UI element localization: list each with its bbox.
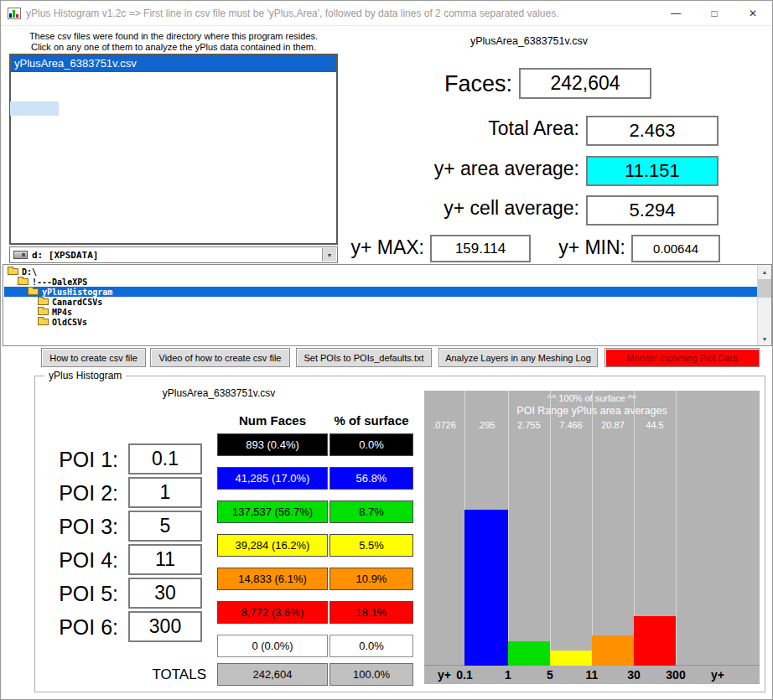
groupbox-title: yPlus Histogram xyxy=(44,370,126,381)
pct-surface-header: % of surface xyxy=(329,413,413,428)
poi-4-input[interactable] xyxy=(128,544,202,575)
folder-icon xyxy=(28,288,39,295)
faces-value: 242,604 xyxy=(519,68,651,99)
window-controls: — □ ✕ xyxy=(656,1,772,26)
chart-divider xyxy=(550,391,551,666)
tree-scrollbar[interactable]: ▲ ▼ xyxy=(757,265,771,345)
tree-item[interactable]: OldCSVs xyxy=(4,317,758,327)
ymax-value: 159.114 xyxy=(430,235,531,262)
app-icon xyxy=(8,8,21,19)
monitor-plot-data-button[interactable]: Monitor Incoming Plot Data xyxy=(604,348,760,367)
range-average-value: .0726 xyxy=(424,420,468,430)
num-faces-cell: 893 (0.4%) xyxy=(217,433,328,456)
video-how-to-button[interactable]: Video of how to create csv file xyxy=(150,348,290,367)
poi-5-input[interactable] xyxy=(128,578,202,609)
tree-item[interactable]: D:\ xyxy=(4,267,758,277)
x-axis-label: 30 xyxy=(615,668,652,682)
tree-item[interactable]: CanardCSVs xyxy=(4,297,758,307)
cell-average-value: 5.294 xyxy=(586,195,719,226)
tree-item[interactable]: !---DaleXPS xyxy=(4,277,758,287)
folder-icon xyxy=(18,278,29,285)
num-faces-cell: 39,284 (16.2%) xyxy=(217,534,328,557)
scroll-up-icon[interactable]: ▲ xyxy=(758,265,771,278)
minimize-button[interactable]: — xyxy=(656,1,695,26)
set-pois-defaults-button[interactable]: Set POIs to POIs_defaults.txt xyxy=(296,348,432,367)
chart-divider xyxy=(592,391,593,666)
poi-6-input[interactable] xyxy=(128,611,202,642)
scroll-down-icon[interactable]: ▼ xyxy=(758,332,771,345)
x-axis-label: 0.1 xyxy=(446,668,483,682)
range-average-value: 2.755 xyxy=(506,420,553,430)
chevron-down-icon[interactable]: ▼ xyxy=(322,248,336,262)
drive-icon xyxy=(13,251,28,259)
num-faces-cell: 0 (0.0%) xyxy=(217,635,328,657)
tree-item[interactable]: MP4s xyxy=(4,307,758,317)
scrollbar-thumb[interactable] xyxy=(758,279,771,298)
area-average-label: y+ area average: xyxy=(370,158,579,180)
drive-selector[interactable]: d: [XPSDATA] ▼ xyxy=(9,246,338,263)
summary-filename: yPlusArea_6383751v.csv xyxy=(403,35,655,47)
faces-label: Faces: xyxy=(361,71,512,97)
app-window: yPlus Histogram v1.2c => First line in c… xyxy=(0,0,773,700)
histogram-bar xyxy=(508,641,550,666)
cell-average-label: y+ cell average: xyxy=(370,197,579,220)
totals-label: TOTALS xyxy=(110,666,206,683)
tree-item-label: D:\ xyxy=(22,267,37,277)
stray-highlight xyxy=(10,101,59,116)
tree-item-selected[interactable]: yPlusHistogram xyxy=(4,287,758,297)
histogram-panel: ^^ 100% of surface ^^ POI Range yPlus ar… xyxy=(424,391,760,684)
ymin-label: y+ MIN: xyxy=(537,236,625,259)
maximize-button[interactable]: □ xyxy=(695,1,734,26)
total-area-label: Total Area: xyxy=(370,117,579,140)
poi-1-input[interactable] xyxy=(128,443,202,474)
num-faces-header: Num Faces xyxy=(217,413,328,428)
poi-2-input[interactable] xyxy=(128,477,202,508)
histogram-filename: yPlusArea_6383751v.csv xyxy=(135,387,303,399)
pct-cell: 56.8% xyxy=(329,467,413,490)
num-faces-cell: 8,772 (3.6%) xyxy=(217,601,328,624)
folder-icon xyxy=(38,309,49,315)
poi-3-input[interactable] xyxy=(128,511,202,542)
range-average-value: 44.5 xyxy=(631,420,678,430)
close-button[interactable]: ✕ xyxy=(734,1,772,26)
poi-5-label: POI 5: xyxy=(34,581,118,606)
histogram-bar xyxy=(550,651,592,666)
x-axis-label: 11 xyxy=(573,668,610,682)
poi-1-label: POI 1: xyxy=(34,447,118,472)
folder-icon xyxy=(8,268,18,275)
tree-item-label: OldCSVs xyxy=(52,318,87,327)
directory-tree: D:\ !---DaleXPS yPlusHistogram CanardCSV… xyxy=(3,264,772,346)
pct-cell: 0.0% xyxy=(329,635,413,657)
totals-pct: 100.0% xyxy=(329,663,413,686)
poi-6-label: POI 6: xyxy=(34,614,118,640)
ymin-value: 0.00644 xyxy=(631,235,720,262)
how-to-create-csv-button[interactable]: How to create csv file xyxy=(41,348,146,367)
tree-item-label: MP4s xyxy=(52,308,72,317)
total-area-value: 2.463 xyxy=(586,116,719,146)
range-average-value: .295 xyxy=(463,420,510,430)
histogram-bar xyxy=(464,510,508,666)
folder-icon xyxy=(38,298,49,305)
pct-cell: 18.1% xyxy=(329,601,413,624)
poi-3-label: POI 3: xyxy=(34,514,118,539)
x-axis-label: 300 xyxy=(657,668,694,682)
chart-divider xyxy=(508,391,509,666)
folder-icon xyxy=(38,319,49,325)
pct-cell: 0.0% xyxy=(329,433,413,456)
ymax-label: y+ MAX: xyxy=(336,236,424,259)
x-axis-label: y+ xyxy=(699,668,736,682)
file-list-item[interactable]: yPlusArea_6383751v.csv xyxy=(11,55,336,72)
totals-num-faces: 242,604 xyxy=(217,663,328,686)
drive-selector-value: d: [XPSDATA] xyxy=(32,250,98,261)
csv-file-list: yPlusArea_6383751v.csv xyxy=(9,54,338,245)
csv-note-line1: These csv files were found in the direct… xyxy=(9,31,338,41)
histogram-bar xyxy=(592,635,634,666)
pct-cell: 10.9% xyxy=(329,568,413,590)
window-title: yPlus Histogram v1.2c => First line in c… xyxy=(26,1,559,26)
num-faces-cell: 41,285 (17.0%) xyxy=(217,467,328,490)
tree-item-label: yPlusHistogram xyxy=(42,288,112,297)
poi-4-label: POI 4: xyxy=(34,547,118,573)
tree-item-label: !---DaleXPS xyxy=(32,277,87,287)
analyze-layers-button[interactable]: Analyze Layers in any Meshing Log xyxy=(438,348,598,367)
num-faces-cell: 14,833 (6.1%) xyxy=(217,568,328,590)
